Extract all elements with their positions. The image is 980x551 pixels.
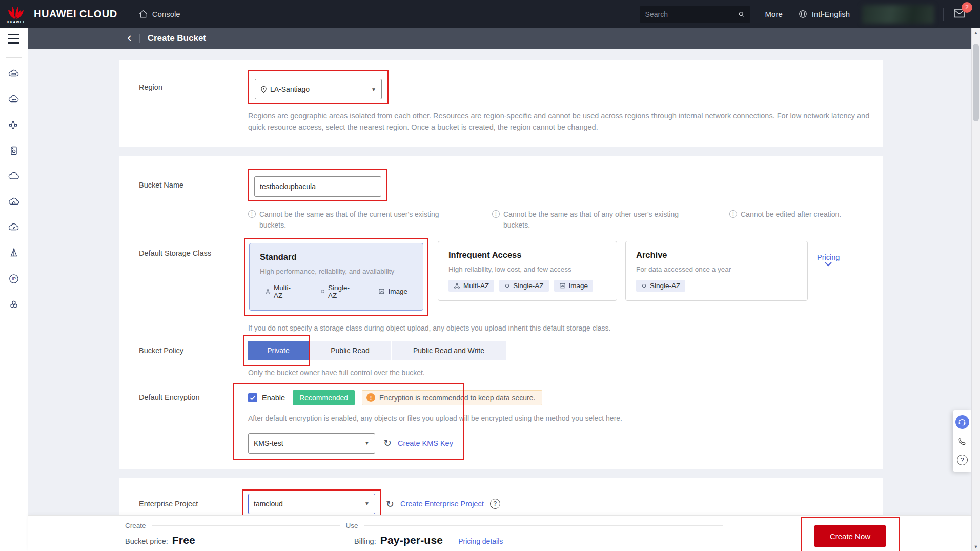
single-az-tag: Single-AZ bbox=[315, 282, 359, 301]
sidebar-item-cloud[interactable] bbox=[0, 164, 28, 189]
card-description: High performance, reliability, and avail… bbox=[260, 268, 413, 275]
page-scrollbar[interactable]: ▲ ▼ bbox=[971, 28, 980, 551]
sidebar-item-cloud-server[interactable] bbox=[0, 61, 28, 87]
help-button[interactable]: ? bbox=[957, 455, 968, 465]
bucket-price-label: Bucket price: bbox=[125, 537, 168, 545]
cloud-ellipsis-icon bbox=[8, 93, 20, 106]
refresh-icon[interactable]: ↻ bbox=[386, 499, 394, 509]
scroll-up-icon[interactable]: ▲ bbox=[972, 28, 980, 37]
enable-encryption-checkbox[interactable] bbox=[248, 393, 257, 402]
huawei-flower-icon bbox=[7, 6, 25, 19]
info-icon: ! bbox=[729, 210, 737, 218]
huawei-logo-text: HUAWEI bbox=[7, 20, 25, 24]
pricing-details-link[interactable]: Pricing details bbox=[458, 537, 503, 545]
scrollbar-thumb[interactable] bbox=[973, 44, 979, 121]
create-kms-key-link[interactable]: Create KMS Key bbox=[398, 439, 453, 447]
region-value: LA-Santiago bbox=[270, 85, 310, 93]
sidebar-item-cloud-services[interactable] bbox=[0, 87, 28, 112]
kms-key-select[interactable]: KMS-test ▼ bbox=[248, 433, 375, 454]
bucket-settings-panel: Bucket Name ! Cannot be the same as that… bbox=[119, 156, 883, 469]
bucket-name-note: ! Cannot be edited after creation. bbox=[729, 209, 852, 231]
cloud-icon bbox=[8, 170, 20, 182]
check-icon bbox=[250, 395, 256, 400]
cloud-sync-icon bbox=[8, 221, 20, 234]
notifications-button[interactable]: 2 bbox=[953, 8, 966, 21]
storage-card-archive[interactable]: Archive For data accessed once a year Si… bbox=[625, 241, 808, 301]
sidebar-item-cloud-upload[interactable] bbox=[0, 189, 28, 215]
support-chat-button[interactable] bbox=[955, 415, 969, 429]
multi-az-tag: Multi-AZ bbox=[260, 282, 301, 301]
multi-az-icon bbox=[265, 288, 271, 295]
region-select[interactable]: LA-Santiago ▼ bbox=[255, 79, 382, 99]
sidebar-item-monitoring[interactable] bbox=[0, 112, 28, 138]
language-switcher[interactable]: Intl-English bbox=[798, 9, 850, 19]
globe-icon bbox=[798, 9, 808, 19]
region-description: Regions are geographic areas isolated fr… bbox=[248, 110, 881, 133]
search-input[interactable] bbox=[645, 10, 738, 18]
encryption-warning: ! Encryption is recommended to keep data… bbox=[362, 390, 542, 405]
cloud-server-icon bbox=[8, 68, 20, 80]
card-title: Infrequent Access bbox=[448, 250, 606, 260]
image-tag: Image bbox=[373, 285, 413, 297]
policy-option-public-read-write[interactable]: Public Read and Write bbox=[392, 341, 506, 360]
topbar-divider bbox=[943, 8, 944, 21]
storage-card-standard[interactable]: Standard High performance, reliability, … bbox=[249, 243, 423, 311]
console-link[interactable]: Console bbox=[138, 9, 180, 19]
bucket-name-input[interactable] bbox=[254, 176, 381, 197]
annotation-box-create-now: Create Now bbox=[801, 517, 900, 551]
scroll-down-icon[interactable]: ▼ bbox=[972, 542, 980, 551]
svg-text:IP: IP bbox=[12, 277, 16, 281]
refresh-icon[interactable]: ↻ bbox=[383, 438, 392, 448]
chevron-down-icon bbox=[824, 261, 832, 267]
phone-support-button[interactable] bbox=[957, 437, 967, 447]
sidebar-item-beacon[interactable] bbox=[0, 240, 28, 266]
huawei-logo[interactable]: HUAWEI bbox=[0, 4, 30, 25]
page-title: Create Bucket bbox=[148, 33, 206, 44]
kms-key-value: KMS-test bbox=[254, 439, 283, 447]
help-icon[interactable]: ? bbox=[490, 499, 500, 509]
account-name-redacted[interactable] bbox=[862, 5, 934, 24]
chevron-down-icon: ▼ bbox=[364, 440, 370, 446]
annotation-box-enterprise-project: tamcloud ▼ bbox=[242, 489, 381, 519]
more-menu[interactable]: More bbox=[765, 10, 783, 18]
global-search[interactable] bbox=[640, 6, 750, 23]
bucket-name-note: ! Cannot be the same as that of the curr… bbox=[248, 209, 492, 231]
policy-option-public-read[interactable]: Public Read bbox=[309, 341, 391, 360]
enterprise-project-value: tamcloud bbox=[254, 500, 283, 508]
info-icon: ! bbox=[248, 210, 256, 218]
sidebar-item-ip[interactable]: IP bbox=[0, 266, 28, 292]
footer-divider-line bbox=[152, 525, 340, 526]
sidebar-item-cloud-sync[interactable] bbox=[0, 215, 28, 240]
image-icon bbox=[378, 288, 385, 295]
home-icon bbox=[138, 9, 148, 19]
bucket-name-note: ! Cannot be the same as that of any othe… bbox=[492, 209, 729, 231]
policy-option-private[interactable]: Private bbox=[248, 341, 309, 360]
image-tag: Image bbox=[554, 280, 594, 292]
single-az-icon bbox=[641, 283, 647, 289]
menu-toggle-icon[interactable] bbox=[0, 28, 28, 49]
sidebar-nav: IP bbox=[0, 61, 28, 317]
region-panel: Region LA-Santiago ▼ Regions are geograp… bbox=[119, 60, 883, 147]
left-sidebar: IP bbox=[0, 28, 28, 551]
single-az-tag: Single-AZ bbox=[499, 280, 548, 292]
enterprise-project-label: Enterprise Project bbox=[119, 500, 248, 508]
phone-icon bbox=[957, 437, 967, 447]
enterprise-project-select[interactable]: tamcloud ▼ bbox=[248, 494, 375, 514]
create-now-button[interactable]: Create Now bbox=[814, 525, 886, 547]
back-button[interactable]: ‹ bbox=[127, 31, 132, 46]
ip-icon: IP bbox=[8, 273, 20, 285]
beacon-icon bbox=[8, 247, 20, 259]
console-label: Console bbox=[152, 10, 180, 18]
language-label: Intl-English bbox=[812, 10, 850, 18]
sidebar-item-cluster[interactable] bbox=[0, 292, 28, 317]
sidebar-item-storage-device[interactable] bbox=[0, 138, 28, 164]
create-enterprise-project-link[interactable]: Create Enterprise Project bbox=[400, 500, 484, 508]
single-az-icon bbox=[504, 283, 510, 289]
waves-icon bbox=[8, 119, 20, 131]
pricing-link[interactable]: Pricing bbox=[817, 253, 840, 267]
storage-class-label: Default Storage Class bbox=[119, 238, 248, 316]
storage-card-infrequent-access[interactable]: Infrequent Access High reliability, low … bbox=[438, 241, 617, 301]
search-icon[interactable] bbox=[738, 10, 745, 19]
cluster-icon bbox=[8, 298, 20, 311]
support-float-panel: ? bbox=[953, 410, 971, 472]
